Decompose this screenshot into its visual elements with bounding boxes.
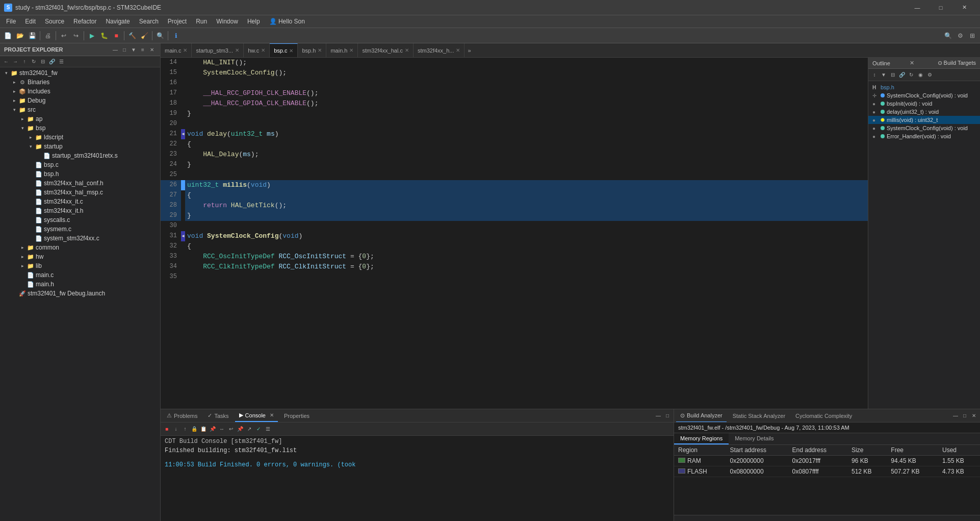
console-scroll-btn[interactable]: ↔	[218, 425, 226, 433]
tab-close-hal-h[interactable]: ✕	[456, 47, 460, 53]
menu-user[interactable]: 👤 Hello Son	[265, 17, 309, 26]
tab-console[interactable]: ▶ Console ✕	[235, 409, 278, 422]
tab-close-hw-c[interactable]: ✕	[261, 47, 265, 53]
toolbar-clean[interactable]: 🧹	[139, 30, 150, 41]
tab-bsp-h[interactable]: bsp.h ✕	[298, 43, 326, 58]
sidebar-close-btn[interactable]: ✕	[148, 45, 156, 54]
menu-refactor[interactable]: Refactor	[69, 17, 100, 26]
build-close-btn[interactable]: ✕	[970, 412, 978, 420]
menu-run[interactable]: Run	[192, 17, 211, 26]
tab-hw-c[interactable]: hw.c ✕	[244, 43, 270, 58]
sidebar-collapse-all-btn[interactable]: ⊟	[39, 58, 47, 66]
tree-item-project[interactable]: ▾ 📁 stm32f401_fw	[0, 68, 160, 78]
sidebar-view-btn[interactable]: ☰	[57, 58, 65, 66]
outline-close-btn[interactable]: ✕	[910, 60, 914, 66]
console-maximize-btn[interactable]: □	[663, 412, 672, 420]
tree-item-lib[interactable]: ▸ 📁 lib	[0, 261, 160, 270]
tab-bsp-c[interactable]: bsp.c ✕	[270, 43, 298, 58]
toolbar-print[interactable]: 🖨	[42, 30, 54, 41]
menu-search[interactable]: Search	[135, 17, 163, 26]
outline-link-btn[interactable]: 🔗	[898, 71, 906, 79]
tab-hal-h[interactable]: stm32f4xx_h... ✕	[414, 43, 465, 58]
tree-item-ldscript[interactable]: ▸ 📁 ldscript	[0, 133, 160, 142]
tab-overflow[interactable]: »	[465, 47, 474, 54]
tree-item-startup[interactable]: ▾ 📁 startup	[0, 142, 160, 151]
build-minimize-btn[interactable]: —	[951, 412, 960, 420]
console-paste-btn[interactable]: 📌	[209, 425, 217, 433]
console-lock-btn[interactable]: 🔒	[190, 425, 198, 433]
tab-properties[interactable]: Properties	[280, 409, 314, 422]
toolbar-redo[interactable]: ↪	[70, 30, 82, 41]
tree-item-bsp-h[interactable]: ▸ 📄 bsp.h	[0, 169, 160, 179]
toolbar-layout[interactable]: ⊞	[967, 30, 978, 41]
sidebar-link-btn[interactable]: 🔗	[48, 58, 56, 66]
code-editor[interactable]: 14 HAL_INIT(); 15 SystemClock_Config(); …	[161, 58, 868, 409]
sidebar-minimize-btn[interactable]: —	[111, 45, 119, 54]
sidebar-maximize-btn[interactable]: □	[120, 45, 128, 54]
console-minimize-btn[interactable]: —	[654, 412, 662, 420]
toolbar-search-right[interactable]: 🔍	[942, 30, 953, 41]
close-button[interactable]: ✕	[952, 0, 976, 15]
console-open-btn[interactable]: ↗	[245, 425, 253, 433]
outline-item-millis[interactable]: ● millis(void) : uint32_t	[868, 116, 980, 124]
sidebar-up-btn[interactable]: ↑	[20, 58, 29, 66]
outline-hide-btn[interactable]: ◉	[916, 71, 924, 79]
tab-tasks[interactable]: ✓ Tasks	[203, 409, 233, 422]
console-check-btn[interactable]: ✓	[254, 425, 263, 433]
sidebar-refresh-btn[interactable]: ↻	[30, 58, 38, 66]
console-stop-btn[interactable]: ■	[163, 425, 171, 433]
tab-close-main-c[interactable]: ✕	[183, 47, 187, 53]
tree-item-ap[interactable]: ▸ 📁 ap	[0, 114, 160, 123]
build-maximize-btn[interactable]: □	[961, 412, 969, 420]
tab-static-stack[interactable]: Static Stack Analyzer	[729, 413, 789, 419]
console-close-btn[interactable]: ✕	[270, 412, 274, 418]
tab-hal-c[interactable]: stm32f4xx_hal.c ✕	[358, 43, 413, 58]
tab-close-main-h[interactable]: ✕	[349, 47, 353, 53]
outline-item-sysclock[interactable]: ✛ SystemClock_Config(void) : void	[868, 91, 980, 100]
tree-item-bsp[interactable]: ▾ 📁 bsp	[0, 123, 160, 133]
outline-item-delay[interactable]: ● delay(uint32_t) : void	[868, 108, 980, 116]
toolbar-stop[interactable]: ■	[111, 30, 122, 41]
tree-item-main-c[interactable]: ▸ 📄 main.c	[0, 270, 160, 280]
toolbar-search[interactable]: 🔍	[154, 30, 166, 41]
tree-item-it-h[interactable]: ▸ 📄 stm32f4xx_it.h	[0, 206, 160, 215]
console-wrap-btn[interactable]: ↩	[227, 425, 235, 433]
tab-startup[interactable]: startup_stm3... ✕	[192, 43, 244, 58]
outline-sync-btn[interactable]: ↻	[907, 71, 915, 79]
outline-sort-btn[interactable]: ↕	[870, 71, 879, 79]
tree-item-common[interactable]: ▸ 📁 common	[0, 243, 160, 252]
sidebar-collapse-btn[interactable]: ≡	[139, 45, 147, 54]
maximize-button[interactable]: □	[929, 0, 952, 15]
toolbar-build[interactable]: 🔨	[126, 30, 138, 41]
tree-item-hal-msp[interactable]: ▸ 📄 stm32f4xx_hal_msp.c	[0, 188, 160, 197]
toolbar-run[interactable]: ▶	[86, 30, 97, 41]
menu-edit[interactable]: Edit	[21, 17, 40, 26]
console-copy-btn[interactable]: 📋	[199, 425, 208, 433]
toolbar-pref[interactable]: ⚙	[955, 30, 966, 41]
console-view-btn[interactable]: ☰	[264, 425, 272, 433]
tree-item-main-h[interactable]: ▸ 📄 main.h	[0, 280, 160, 289]
sidebar-back-btn[interactable]: ←	[2, 58, 10, 66]
outline-collapse-btn[interactable]: ⊟	[889, 71, 897, 79]
menu-file[interactable]: File	[2, 17, 20, 26]
toolbar-debug[interactable]: 🐛	[98, 30, 110, 41]
toolbar-info[interactable]: ℹ	[170, 30, 182, 41]
toolbar-undo[interactable]: ↩	[58, 30, 69, 41]
toolbar-save[interactable]: 💾	[27, 30, 38, 41]
sidebar-forward-btn[interactable]: →	[11, 58, 19, 66]
tab-cyclomatic[interactable]: Cyclomatic Complexity	[791, 413, 856, 419]
menu-help[interactable]: Help	[243, 17, 264, 26]
menu-source[interactable]: Source	[41, 17, 68, 26]
outline-item-sysclock2[interactable]: ● SystemClock_Config(void) : void	[868, 124, 980, 132]
tab-build-analyzer[interactable]: ⊙ Build Analyzer	[676, 409, 727, 422]
toolbar-open[interactable]: 📂	[14, 30, 25, 41]
outline-item-bspinit[interactable]: ● bspInit(void) : void	[868, 100, 980, 108]
tab-close-hal-c[interactable]: ✕	[405, 47, 409, 53]
tab-close-startup[interactable]: ✕	[235, 47, 239, 53]
sidebar-filter-btn[interactable]: ▼	[130, 45, 138, 54]
console-clear-btn[interactable]: ↓	[172, 425, 180, 433]
tab-close-bsp-c[interactable]: ✕	[289, 48, 293, 54]
tab-problems[interactable]: ⚠ Problems	[163, 409, 201, 422]
outline-item-error[interactable]: ● Error_Handler(void) : void	[868, 132, 980, 140]
menu-window[interactable]: Window	[212, 17, 242, 26]
